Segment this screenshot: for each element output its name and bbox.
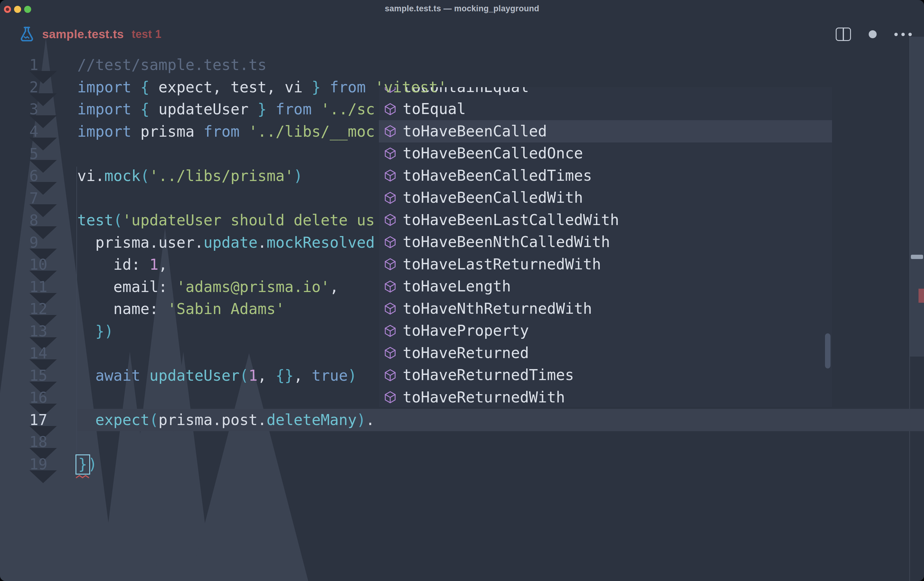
cube-icon xyxy=(383,213,397,227)
record-dot-button[interactable] xyxy=(869,30,877,38)
line-number: 17 xyxy=(29,409,58,431)
code-text: prisma.user.update.mockResolved xyxy=(77,232,375,254)
line-number: 14 xyxy=(29,342,58,364)
completion-item[interactable]: toHaveReturnedTimes xyxy=(379,364,832,387)
completion-item[interactable]: toHaveLastReturnedWith xyxy=(379,253,832,275)
code-text: }) xyxy=(77,320,113,343)
ellipsis-menu-button[interactable] xyxy=(894,33,912,36)
line-number: 5 xyxy=(29,143,58,165)
split-view-button[interactable] xyxy=(836,28,851,41)
completion-label: toEqual xyxy=(403,100,466,118)
completion-item[interactable]: toHaveBeenCalledWith xyxy=(379,187,832,209)
line-number: 12 xyxy=(29,298,58,320)
code-line-17[interactable]: 17 expect(prisma.post.deleteMany). xyxy=(0,409,924,431)
cube-icon xyxy=(383,191,397,205)
autocomplete-scrollbar[interactable] xyxy=(825,333,830,369)
completion-item[interactable]: toHaveLength xyxy=(379,275,832,298)
completion-label: toHaveBeenCalledOnce xyxy=(403,145,583,162)
line-number: 4 xyxy=(29,121,58,143)
code-text: await updateUser(1, {}, true) xyxy=(77,364,357,387)
completion-label: toHaveReturnedTimes xyxy=(403,366,574,384)
cube-icon xyxy=(383,390,397,404)
cube-icon xyxy=(383,169,397,182)
code-text: name: 'Sabin Adams' xyxy=(77,298,285,320)
close-button[interactable] xyxy=(4,6,11,13)
code-text: id: 1, xyxy=(77,253,167,276)
completion-label: toHaveLastReturnedWith xyxy=(403,256,601,273)
cube-icon xyxy=(383,124,397,138)
cube-icon xyxy=(383,324,397,338)
line-number: 6 xyxy=(29,165,58,187)
completion-item[interactable]: toHaveBeenCalledTimes xyxy=(379,164,832,187)
cube-icon xyxy=(383,280,397,293)
zoom-button[interactable] xyxy=(24,6,31,13)
code-line-18[interactable]: 18 xyxy=(0,431,924,453)
completion-label: toHaveBeenNthCalledWith xyxy=(403,233,610,251)
titlebar: sample.test.ts — mocking_playground xyxy=(0,0,924,17)
completion-item[interactable]: toEqual xyxy=(379,98,832,121)
cube-icon xyxy=(383,368,397,382)
completion-item[interactable]: toHaveBeenLastCalledWith xyxy=(379,209,832,231)
completion-item[interactable]: toHaveNthReturnedWith xyxy=(379,298,832,320)
line-number: 9 xyxy=(29,232,58,254)
line-number: 19 xyxy=(29,453,58,475)
completion-label: toHaveBeenLastCalledWith xyxy=(403,211,619,229)
code-text: expect(prisma.post.deleteMany). xyxy=(77,409,375,431)
tab-filename: sample.test.ts xyxy=(42,28,124,41)
line-number: 8 xyxy=(29,209,58,232)
bracket-match-box: } xyxy=(76,454,90,475)
code-text: import { updateUser } from '../sc xyxy=(77,98,375,121)
completion-label: toHaveProperty xyxy=(403,322,529,339)
error-squiggle-icon xyxy=(76,474,90,478)
cube-icon xyxy=(383,102,397,116)
editor-window: sample.test.ts — mocking_playground samp… xyxy=(0,0,924,581)
cube-icon xyxy=(383,235,397,249)
line-number: 16 xyxy=(29,387,58,409)
code-text: //test/sample.test.ts xyxy=(77,54,267,76)
completion-label: toHaveReturnedWith xyxy=(403,389,565,406)
cube-icon xyxy=(383,146,397,161)
tab-sample-test[interactable]: sample.test.ts test 1 xyxy=(18,19,161,50)
line-number: 10 xyxy=(29,253,58,276)
code-text: test('updateUser should delete us xyxy=(77,209,375,232)
line-number: 15 xyxy=(29,364,58,387)
tab-status: test 1 xyxy=(132,28,161,41)
completion-item[interactable]: toHaveBeenCalledOnce xyxy=(379,142,832,165)
completion-item[interactable]: toHaveBeenCalled xyxy=(379,120,832,142)
line-number: 1 xyxy=(29,54,58,76)
line-number: 2 xyxy=(29,76,58,98)
completion-label: toHaveBeenCalledWith xyxy=(403,189,583,207)
completion-label: toHaveLength xyxy=(403,278,511,295)
completion-item[interactable]: toHaveReturnedWith xyxy=(379,386,832,407)
line-number: 11 xyxy=(29,276,58,298)
flask-icon xyxy=(18,25,35,44)
cube-icon xyxy=(383,257,397,271)
line-number: 7 xyxy=(29,187,58,209)
code-text: email: 'adams@prisma.io', xyxy=(77,276,339,298)
code-line-19[interactable]: 19}) xyxy=(0,453,924,475)
code-text: import { expect, test, vi } from 'vitest… xyxy=(77,76,447,98)
autocomplete-popup: toContainEqualtoEqualtoHaveBeenCalledtoH… xyxy=(379,87,832,407)
completion-item[interactable]: toHaveBeenNthCalledWith xyxy=(379,231,832,253)
code-text: import prisma from '../libs/__moc xyxy=(77,121,375,143)
window-title: sample.test.ts — mocking_playground xyxy=(0,0,924,17)
cube-icon xyxy=(383,346,397,360)
code-line-1[interactable]: 1//test/sample.test.ts xyxy=(0,54,924,76)
completion-label: toHaveBeenCalled xyxy=(403,122,547,140)
cube-icon xyxy=(383,301,397,316)
line-number: 13 xyxy=(29,320,58,343)
completion-item[interactable]: toHaveProperty xyxy=(379,320,832,342)
tab-bar: sample.test.ts test 1 xyxy=(0,19,924,50)
code-text: }) xyxy=(77,453,97,475)
code-text: vi.mock('../libs/prisma') xyxy=(77,165,303,187)
code-line-2[interactable]: 2import { expect, test, vi } from 'vites… xyxy=(0,76,924,98)
completion-label: toHaveReturned xyxy=(403,344,529,362)
completion-label: toHaveBeenCalledTimes xyxy=(403,167,592,184)
completion-label: toHaveNthReturnedWith xyxy=(403,300,592,318)
minimize-button[interactable] xyxy=(14,6,21,13)
completion-item[interactable]: toHaveReturned xyxy=(379,342,832,364)
line-number: 18 xyxy=(29,431,58,453)
